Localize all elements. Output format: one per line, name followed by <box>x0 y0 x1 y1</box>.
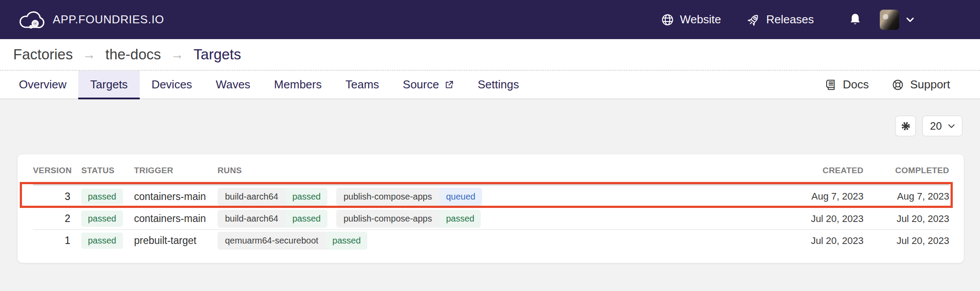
tab-waves[interactable]: Waves <box>204 71 262 98</box>
list-controls: 20 <box>0 99 980 136</box>
tab-bar-actions: Docs Support <box>824 71 980 98</box>
status-cell: passed <box>81 233 123 249</box>
runs-cell: build-aarch64 passed publish-compose-app… <box>218 210 776 228</box>
breadcrumb-arrow-icon: → <box>171 47 184 62</box>
tab-teams[interactable]: Teams <box>334 71 391 98</box>
notifications-button[interactable] <box>849 13 861 27</box>
filter-settings-button[interactable] <box>895 116 916 136</box>
gear-icon <box>900 120 911 132</box>
run-chip-build-aarch64[interactable]: build-aarch64 passed <box>218 188 327 206</box>
trigger-cell: containers-main <box>134 213 207 225</box>
version-cell[interactable]: 3 <box>33 191 70 203</box>
run-name: publish-compose-apps <box>336 210 439 228</box>
header-created: CREATED <box>787 166 864 175</box>
status-badge: passed <box>81 233 123 249</box>
top-navbar: APP.FOUNDRIES.IO Website <box>0 0 980 39</box>
table-row-version-1[interactable]: 1 passed prebuilt-target qemuarm64-secur… <box>33 229 949 251</box>
run-chip-publish-compose-apps[interactable]: publish-compose-apps passed <box>336 210 481 228</box>
website-link[interactable]: Website <box>661 13 721 26</box>
navbar-right: Website Releases <box>661 10 914 30</box>
version-cell[interactable]: 1 <box>33 235 70 247</box>
support-label: Support <box>910 78 950 91</box>
factory-tab-bar: Overview Targets Devices Waves Members T… <box>0 71 980 99</box>
header-completed: COMPLETED <box>875 166 949 175</box>
run-name: publish-compose-apps <box>336 188 439 206</box>
brand-home-link[interactable]: APP.FOUNDRIES.IO <box>18 9 164 31</box>
tab-devices[interactable]: Devices <box>140 71 204 98</box>
tab-targets[interactable]: Targets <box>78 71 139 98</box>
bell-icon <box>849 13 861 27</box>
trigger-cell: prebuilt-target <box>134 235 207 247</box>
user-avatar <box>880 10 899 30</box>
breadcrumb-factory-name[interactable]: the-docs <box>105 46 161 63</box>
run-name: build-aarch64 <box>218 188 286 206</box>
chevron-down-icon <box>948 124 955 128</box>
rocket-icon <box>747 13 761 27</box>
runs-cell: qemuarm64-secureboot passed <box>218 232 776 250</box>
chevron-down-icon <box>906 17 914 22</box>
run-chip-build-aarch64[interactable]: build-aarch64 passed <box>218 210 327 228</box>
run-name: build-aarch64 <box>218 210 286 228</box>
run-status-badge: passed <box>326 232 367 250</box>
run-status-badge: passed <box>439 210 481 228</box>
releases-label: Releases <box>766 13 814 26</box>
life-ring-icon <box>892 79 904 91</box>
tab-members-label: Members <box>274 78 322 91</box>
status-cell: passed <box>81 189 123 205</box>
created-cell: Aug 7, 2023 <box>787 191 864 202</box>
run-status-badge: passed <box>286 210 327 228</box>
header-status: STATUS <box>81 166 123 175</box>
external-link-icon <box>444 80 454 90</box>
table-header-row: VERSION STATUS TRIGGER RUNS CREATED COMP… <box>33 165 949 186</box>
breadcrumb-arrow-icon: → <box>83 47 96 62</box>
tab-teams-label: Teams <box>345 78 379 91</box>
tab-source-label: Source <box>403 78 439 91</box>
docs-label: Docs <box>843 78 869 91</box>
table-row-version-3[interactable]: 3 passed containers-main build-aarch64 p… <box>33 186 949 207</box>
status-badge: passed <box>81 211 123 227</box>
trigger-cell: containers-main <box>134 191 207 203</box>
tab-waves-label: Waves <box>216 78 250 91</box>
tab-targets-label: Targets <box>90 78 127 91</box>
tab-members[interactable]: Members <box>262 71 334 98</box>
tab-overview-label: Overview <box>19 78 66 91</box>
created-cell: Jul 20, 2023 <box>787 213 864 225</box>
tab-source[interactable]: Source <box>391 71 466 98</box>
status-badge: passed <box>81 189 123 205</box>
book-icon <box>824 79 837 91</box>
brand-title: APP.FOUNDRIES.IO <box>53 13 164 26</box>
website-label: Website <box>680 13 721 26</box>
status-cell: passed <box>81 211 123 227</box>
run-status-badge: queued <box>439 188 482 206</box>
tab-devices-label: Devices <box>152 78 192 91</box>
completed-cell: Aug 7, 2023 <box>875 191 949 202</box>
support-link[interactable]: Support <box>892 78 950 91</box>
docs-link[interactable]: Docs <box>824 78 869 91</box>
created-cell: Jul 20, 2023 <box>787 235 864 247</box>
releases-link[interactable]: Releases <box>747 13 814 27</box>
runs-cell: build-aarch64 passed publish-compose-app… <box>218 188 776 206</box>
targets-table-card: VERSION STATUS TRIGGER RUNS CREATED COMP… <box>18 154 964 263</box>
page-size-value: 20 <box>930 120 942 132</box>
cloud-gear-logo-icon <box>18 9 46 31</box>
header-trigger: TRIGGER <box>134 166 207 175</box>
run-status-badge: passed <box>286 188 327 206</box>
breadcrumb: Factories → the-docs → Targets <box>0 39 980 71</box>
table-row-version-2[interactable]: 2 passed containers-main build-aarch64 p… <box>33 207 949 229</box>
header-version: VERSION <box>33 166 70 175</box>
tab-overview[interactable]: Overview <box>7 71 78 98</box>
page-size-select[interactable]: 20 <box>922 116 962 136</box>
app-foundries-page: APP.FOUNDRIES.IO Website <box>0 0 980 291</box>
completed-cell: Jul 20, 2023 <box>875 235 949 247</box>
breadcrumb-factories[interactable]: Factories <box>13 46 73 63</box>
run-chip-publish-compose-apps[interactable]: publish-compose-apps queued <box>336 188 482 206</box>
tab-settings[interactable]: Settings <box>466 71 531 98</box>
run-name: qemuarm64-secureboot <box>218 232 326 250</box>
run-chip-qemuarm64-secureboot[interactable]: qemuarm64-secureboot passed <box>218 232 367 250</box>
header-runs: RUNS <box>218 166 776 175</box>
globe-icon <box>661 13 674 26</box>
breadcrumb-targets[interactable]: Targets <box>193 46 241 63</box>
tab-settings-label: Settings <box>478 78 519 91</box>
user-menu[interactable] <box>880 10 914 30</box>
version-cell[interactable]: 2 <box>33 213 70 225</box>
